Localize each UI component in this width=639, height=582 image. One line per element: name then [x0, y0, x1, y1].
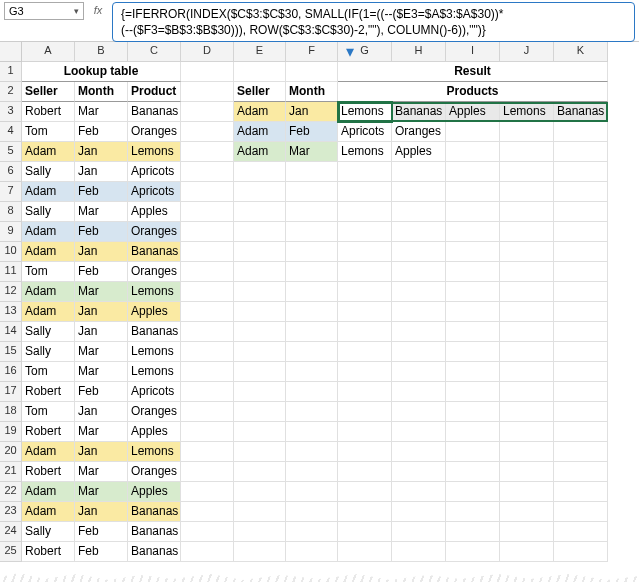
lookup-cell[interactable]: Lemons	[128, 342, 181, 362]
cell-I20[interactable]	[446, 442, 500, 462]
cell-D2[interactable]	[181, 82, 234, 102]
cell-E13[interactable]	[234, 302, 286, 322]
cell-K9[interactable]	[554, 222, 608, 242]
cell-G17[interactable]	[338, 382, 392, 402]
col-header-A[interactable]: A	[22, 42, 75, 62]
lookup-cell[interactable]: Oranges	[128, 122, 181, 142]
lookup-cell[interactable]: Oranges	[128, 462, 181, 482]
cell-E6[interactable]	[234, 162, 286, 182]
cell-F7[interactable]	[286, 182, 338, 202]
cell-J6[interactable]	[500, 162, 554, 182]
cell-G22[interactable]	[338, 482, 392, 502]
cell-G20[interactable]	[338, 442, 392, 462]
cell-I7[interactable]	[446, 182, 500, 202]
result-cell[interactable]: Lemons	[338, 102, 392, 122]
lookup-cell[interactable]: Adam	[22, 142, 75, 162]
fx-icon[interactable]: fx	[90, 2, 106, 18]
cell-J8[interactable]	[500, 202, 554, 222]
cell-H12[interactable]	[392, 282, 446, 302]
cell-J9[interactable]	[500, 222, 554, 242]
query-cell[interactable]: Feb	[286, 122, 338, 142]
cell-E17[interactable]	[234, 382, 286, 402]
cell-K12[interactable]	[554, 282, 608, 302]
cell-K17[interactable]	[554, 382, 608, 402]
cell-K14[interactable]	[554, 322, 608, 342]
cell-H14[interactable]	[392, 322, 446, 342]
cell-F11[interactable]	[286, 262, 338, 282]
cell-D10[interactable]	[181, 242, 234, 262]
cell-I8[interactable]	[446, 202, 500, 222]
lookup-cell[interactable]: Jan	[75, 322, 128, 342]
name-box[interactable]: G3 ▾	[4, 2, 84, 20]
row-header-23[interactable]: 23	[0, 502, 22, 522]
cell-E7[interactable]	[234, 182, 286, 202]
lookup-cell[interactable]: Sally	[22, 522, 75, 542]
col-header-H[interactable]: H	[392, 42, 446, 62]
cell-F19[interactable]	[286, 422, 338, 442]
cell-J22[interactable]	[500, 482, 554, 502]
cell-J14[interactable]	[500, 322, 554, 342]
col-header-J[interactable]: J	[500, 42, 554, 62]
cell-D15[interactable]	[181, 342, 234, 362]
lookup-cell[interactable]: Mar	[75, 462, 128, 482]
cell-G8[interactable]	[338, 202, 392, 222]
lookup-cell[interactable]: Adam	[22, 222, 75, 242]
cell-I15[interactable]	[446, 342, 500, 362]
cell-F17[interactable]	[286, 382, 338, 402]
col-header-D[interactable]: D	[181, 42, 234, 62]
query-cell[interactable]: Jan	[286, 102, 338, 122]
cell-I22[interactable]	[446, 482, 500, 502]
row-header-6[interactable]: 6	[0, 162, 22, 182]
cell-F12[interactable]	[286, 282, 338, 302]
lookup-cell[interactable]: Lemons	[128, 362, 181, 382]
lookup-cell[interactable]: Bananas	[128, 102, 181, 122]
cell-K23[interactable]	[554, 502, 608, 522]
col-header-I[interactable]: I	[446, 42, 500, 62]
result-cell[interactable]	[500, 142, 554, 162]
cell-E8[interactable]	[234, 202, 286, 222]
lookup-cell[interactable]: Jan	[75, 162, 128, 182]
lookup-cell[interactable]: Apples	[128, 202, 181, 222]
cell-J24[interactable]	[500, 522, 554, 542]
lookup-cell[interactable]: Jan	[75, 142, 128, 162]
row-header-18[interactable]: 18	[0, 402, 22, 422]
row-header-5[interactable]: 5	[0, 142, 22, 162]
cell-D9[interactable]	[181, 222, 234, 242]
lookup-cell[interactable]: Adam	[22, 442, 75, 462]
cell-F13[interactable]	[286, 302, 338, 322]
lookup-cell[interactable]: Feb	[75, 262, 128, 282]
query-hdr-seller[interactable]: Seller	[234, 82, 286, 102]
cell-H9[interactable]	[392, 222, 446, 242]
cell-G6[interactable]	[338, 162, 392, 182]
row-header-9[interactable]: 9	[0, 222, 22, 242]
cell-F6[interactable]	[286, 162, 338, 182]
lookup-cell[interactable]: Robert	[22, 542, 75, 562]
lookup-cell[interactable]: Tom	[22, 362, 75, 382]
cell-I21[interactable]	[446, 462, 500, 482]
lookup-cell[interactable]: Mar	[75, 342, 128, 362]
lookup-cell[interactable]: Feb	[75, 522, 128, 542]
cell-G18[interactable]	[338, 402, 392, 422]
lookup-cell[interactable]: Jan	[75, 442, 128, 462]
cell-D8[interactable]	[181, 202, 234, 222]
cell-D16[interactable]	[181, 362, 234, 382]
cell-K7[interactable]	[554, 182, 608, 202]
row-header-2[interactable]: 2	[0, 82, 22, 102]
cell-F22[interactable]	[286, 482, 338, 502]
lookup-cell[interactable]: Mar	[75, 422, 128, 442]
chevron-down-icon[interactable]: ▾	[74, 6, 79, 16]
cell-F15[interactable]	[286, 342, 338, 362]
row-header-19[interactable]: 19	[0, 422, 22, 442]
cell-D6[interactable]	[181, 162, 234, 182]
cell-I24[interactable]	[446, 522, 500, 542]
lookup-cell[interactable]: Adam	[22, 282, 75, 302]
cell-D5[interactable]	[181, 142, 234, 162]
cell-D14[interactable]	[181, 322, 234, 342]
row-header-4[interactable]: 4	[0, 122, 22, 142]
cell-D17[interactable]	[181, 382, 234, 402]
cell-J15[interactable]	[500, 342, 554, 362]
cell-I9[interactable]	[446, 222, 500, 242]
cell-J10[interactable]	[500, 242, 554, 262]
lookup-cell[interactable]: Robert	[22, 382, 75, 402]
col-header-F[interactable]: F	[286, 42, 338, 62]
